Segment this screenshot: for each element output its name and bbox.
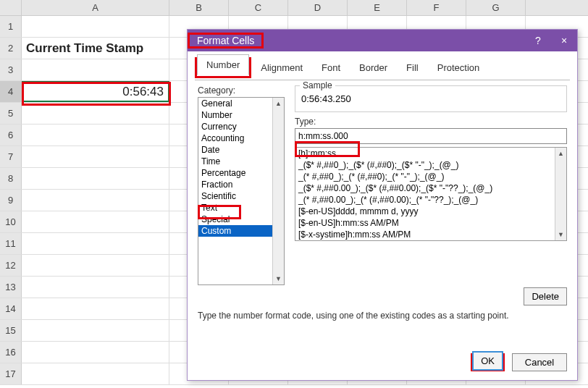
format-item[interactable]: [h]:mm:ss [295,148,566,159]
sample-value: 0:56:43.250 [301,90,560,104]
cell-A3[interactable] [22,59,169,80]
sample-label: Sample [300,80,335,90]
type-input[interactable] [295,128,567,144]
category-scrollbar[interactable]: ▲ ▼ [272,98,284,284]
category-item[interactable]: Time [198,156,284,167]
sample-box: Sample 0:56:43.250 [295,85,567,112]
format-item[interactable]: [$-en-US]h:mm:ss AM/PM [295,217,566,229]
cell-A4[interactable]: 0:56:43 [22,81,169,102]
category-item[interactable]: Currency [198,121,284,132]
category-item-custom[interactable]: Custom [198,225,284,237]
format-item[interactable]: _(* #,##0_);_(* (#,##0);_(* "-"_);_(@_) [295,171,566,182]
cell-A1[interactable] [22,16,169,37]
format-scrollbar[interactable]: ▲ ▼ [555,148,566,240]
col-header-E[interactable]: E [348,0,407,15]
format-item[interactable]: [$-en-US]dddd, mmmm d, yyyy [295,206,566,217]
format-item-selected[interactable]: h:mm:ss.000 [295,240,566,241]
col-header-B[interactable]: B [169,0,229,15]
category-item[interactable]: Text [198,202,284,214]
category-item[interactable]: Number [198,109,284,121]
scroll-up-icon[interactable]: ▲ [273,98,284,109]
category-listbox[interactable]: General Number Currency Accounting Date … [198,97,285,285]
help-button[interactable]: ? [525,30,551,51]
category-label: Category: [198,85,285,96]
format-item[interactable]: [$-x-systime]h:mm:ss AM/PM [295,229,566,240]
type-label: Type: [295,117,567,127]
col-header-D[interactable]: D [288,0,348,15]
col-header-C[interactable]: C [229,0,288,15]
cancel-button[interactable]: Cancel [512,353,567,371]
tab-protection[interactable]: Protection [428,57,490,78]
col-header-F[interactable]: F [407,0,466,15]
tab-fill[interactable]: Fill [397,57,428,78]
tab-number[interactable]: Number [197,54,249,75]
dialog-title: Format Cells [190,32,261,49]
ok-button[interactable]: OK [473,352,503,370]
category-item[interactable]: Accounting [198,132,284,144]
tab-border[interactable]: Border [350,57,397,78]
format-item[interactable]: _(* #,##0.00_);_(* (#,##0.00);_(* "-"??_… [295,194,566,206]
hint-text: Type the number format code, using one o… [188,302,577,329]
tab-font[interactable]: Font [312,57,350,78]
scroll-down-icon[interactable]: ▼ [555,229,566,240]
category-item[interactable]: Date [198,144,284,156]
format-cells-dialog: Format Cells ? × Number Alignment Font B… [187,29,578,381]
col-header-A[interactable]: A [22,0,169,15]
category-item[interactable]: Scientific [198,190,284,202]
category-item[interactable]: Fraction [198,179,284,190]
category-item[interactable]: Percentage [198,167,284,179]
category-item[interactable]: General [198,98,284,109]
close-button[interactable]: × [551,30,577,51]
column-headers: A B C D E F G [0,0,588,16]
scroll-up-icon[interactable]: ▲ [555,148,566,159]
select-all-corner[interactable] [0,0,22,15]
format-item[interactable]: _($* #,##0.00_);_($* (#,##0.00);_($* "-"… [295,182,566,194]
dialog-titlebar[interactable]: Format Cells ? × [188,30,577,51]
category-item[interactable]: Special [198,214,284,225]
col-header-G[interactable]: G [466,0,526,15]
dialog-tabs: Number Alignment Font Border Fill Protec… [195,57,570,78]
format-item[interactable]: _($* #,##0_);_($* (#,##0);_($* "-"_);_(@… [295,159,566,171]
tab-alignment[interactable]: Alignment [251,57,312,78]
scroll-down-icon[interactable]: ▼ [273,273,284,284]
delete-button[interactable]: Delete [524,287,567,305]
cell-A2[interactable]: Current Time Stamp [22,38,169,59]
format-code-listbox[interactable]: [h]:mm:ss _($* #,##0_);_($* (#,##0);_($*… [295,147,567,241]
